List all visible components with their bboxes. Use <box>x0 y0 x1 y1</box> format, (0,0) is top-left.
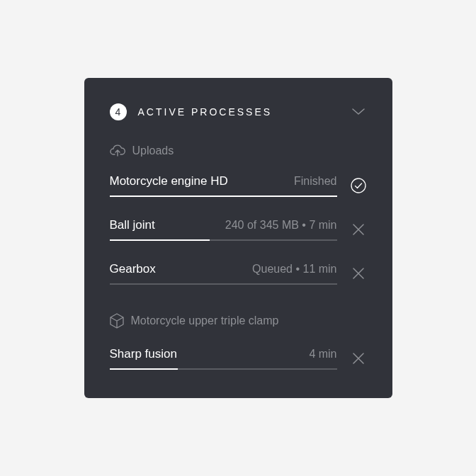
progress-bar <box>110 196 337 197</box>
progress-bar <box>110 283 337 285</box>
ai-item-main: Sharp fusion 4 min <box>110 347 337 370</box>
upload-item-name: Motorcycle engine HD <box>110 174 228 188</box>
process-count-badge: 4 <box>110 103 127 120</box>
cube-icon <box>110 313 124 329</box>
ai-section-header: Motorcycle upper triple clamp <box>110 313 367 329</box>
cloud-upload-icon <box>110 144 125 157</box>
ai-section: Motorcycle upper triple clamp Sharp fusi… <box>110 313 367 370</box>
uploads-section-label: Uploads <box>132 144 174 157</box>
upload-item-main: Motorcycle engine HD Finished <box>110 174 337 197</box>
svg-point-0 <box>351 178 366 193</box>
upload-item-status: Queued • 11 min <box>252 263 336 276</box>
uploads-section-header: Uploads <box>110 144 367 157</box>
upload-item: Motorcycle engine HD Finished <box>110 174 367 197</box>
progress-bar <box>110 368 337 370</box>
progress-fill <box>110 196 337 197</box>
active-processes-card: 4 ACTIVE PROCESSES Uploads Motorcycle en… <box>84 78 392 398</box>
upload-cancel-button[interactable] <box>350 265 367 282</box>
upload-item-name: Ball joint <box>110 218 155 232</box>
upload-item-main: Ball joint 240 of 345 MB • 7 min <box>110 218 337 241</box>
collapse-toggle[interactable] <box>350 103 367 120</box>
upload-done-button[interactable] <box>350 177 367 194</box>
ai-section-label: Motorcycle upper triple clamp <box>131 314 279 327</box>
chevron-down-icon <box>351 108 366 116</box>
card-header: 4 ACTIVE PROCESSES <box>110 103 367 120</box>
ai-item: Sharp fusion 4 min <box>110 347 367 370</box>
uploads-section: Uploads Motorcycle engine HD Finished <box>110 144 367 285</box>
close-icon <box>352 223 365 236</box>
upload-item-name: Gearbox <box>110 262 156 276</box>
upload-item-status: Finished <box>294 175 336 188</box>
close-icon <box>352 267 365 280</box>
upload-cancel-button[interactable] <box>350 221 367 238</box>
ai-item-status: 4 min <box>309 348 336 361</box>
upload-item-status: 240 of 345 MB • 7 min <box>225 219 337 232</box>
ai-cancel-button[interactable] <box>350 350 367 367</box>
ai-item-name: Sharp fusion <box>110 347 177 361</box>
upload-item: Gearbox Queued • 11 min <box>110 262 367 285</box>
progress-bar <box>110 239 337 241</box>
upload-item: Ball joint 240 of 345 MB • 7 min <box>110 218 367 241</box>
progress-fill <box>110 239 210 241</box>
progress-fill <box>110 368 178 370</box>
close-icon <box>352 352 365 365</box>
check-circle-icon <box>350 177 367 194</box>
card-title: ACTIVE PROCESSES <box>138 106 273 118</box>
upload-item-main: Gearbox Queued • 11 min <box>110 262 337 285</box>
